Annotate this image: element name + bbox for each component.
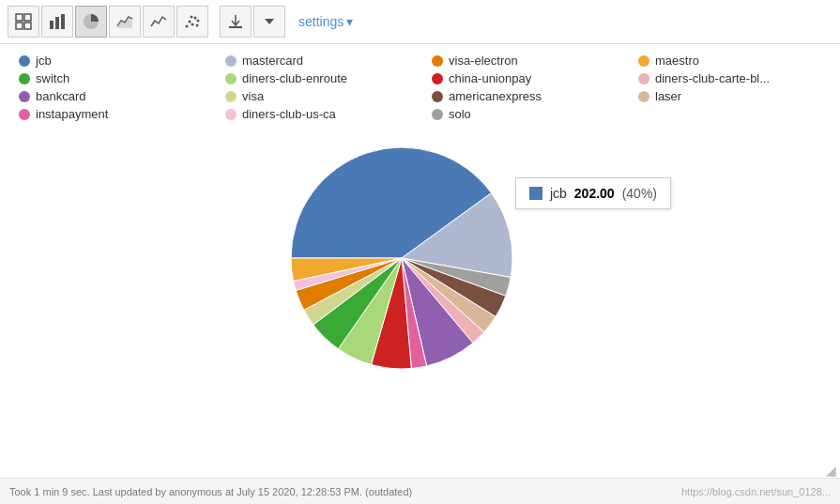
legend-item: china-unionpay: [432, 71, 638, 85]
pie-chart-button[interactable]: [75, 6, 107, 38]
legend: jcbmastercardvisa-electronmaestroswitchd…: [0, 44, 840, 130]
footer: Took 1 min 9 sec. Last updated by anonym…: [0, 478, 840, 504]
chart-area: jcb 202.00 (40%): [0, 130, 840, 384]
legend-label: instapayment: [36, 107, 108, 121]
tooltip-label: jcb: [550, 186, 567, 201]
toolbar: settings ▾: [0, 0, 840, 44]
legend-label: diners-club-enroute: [242, 71, 347, 85]
legend-item: visa: [225, 89, 432, 103]
svg-rect-6: [61, 14, 65, 29]
legend-label: laser: [655, 89, 681, 103]
more-button[interactable]: [253, 6, 285, 38]
svg-point-10: [191, 23, 194, 26]
line-chart-button[interactable]: [143, 6, 175, 38]
grid-view-button[interactable]: [8, 6, 39, 38]
legend-dot: [638, 73, 649, 84]
tooltip-percent: (40%): [622, 186, 657, 201]
legend-item: americanexpress: [432, 89, 638, 103]
tooltip: jcb 202.00 (40%): [515, 177, 671, 209]
legend-item: diners-club-enroute: [225, 71, 432, 85]
legend-label: diners-club-us-ca: [242, 107, 336, 121]
legend-dot: [638, 91, 649, 102]
legend-label: solo: [449, 107, 471, 121]
legend-dot: [432, 55, 443, 67]
svg-point-12: [197, 20, 200, 23]
legend-label: bankcard: [36, 89, 85, 103]
settings-dropdown[interactable]: settings ▾: [298, 14, 353, 29]
legend-label: visa-electron: [449, 53, 518, 68]
resize-handle[interactable]: ◢: [826, 463, 836, 478]
legend-label: diners-club-carte-bl...: [655, 71, 770, 85]
legend-label: jcb: [36, 53, 52, 68]
svg-point-9: [189, 21, 191, 23]
tooltip-color-swatch: [529, 187, 542, 200]
legend-item: instapayment: [19, 107, 225, 121]
legend-item: bankcard: [19, 89, 225, 103]
legend-label: maestro: [655, 53, 699, 68]
legend-item: diners-club-carte-bl...: [638, 71, 840, 85]
svg-rect-15: [229, 26, 242, 28]
scatter-chart-button[interactable]: [176, 6, 208, 38]
legend-item: visa-electron: [432, 53, 638, 68]
legend-label: visa: [242, 89, 264, 103]
legend-item: laser: [638, 89, 840, 103]
svg-point-14: [196, 24, 199, 27]
legend-item: switch: [19, 71, 225, 85]
tooltip-value: 202.00: [574, 186, 615, 201]
legend-dot: [225, 109, 237, 120]
legend-item: jcb: [19, 53, 225, 68]
svg-rect-4: [50, 21, 53, 29]
svg-marker-16: [265, 19, 274, 24]
footer-link: https://blog.csdn.net/sun_0128...: [681, 486, 831, 497]
settings-arrow-icon: ▾: [346, 14, 353, 29]
legend-label: china-unionpay: [449, 71, 531, 85]
svg-point-8: [186, 25, 189, 28]
footer-status: Took 1 min 9 sec. Last updated by anonym…: [9, 486, 412, 497]
svg-rect-2: [16, 23, 23, 29]
legend-dot: [19, 109, 30, 120]
legend-dot: [19, 55, 30, 67]
legend-label: mastercard: [242, 53, 303, 68]
legend-dot: [225, 55, 237, 67]
svg-point-13: [191, 16, 193, 19]
legend-label: americanexpress: [449, 89, 542, 103]
legend-item: mastercard: [225, 53, 432, 68]
svg-rect-1: [24, 14, 31, 21]
pie-chart-svg: [214, 133, 627, 382]
legend-item: maestro: [638, 53, 840, 68]
legend-item: solo: [432, 107, 638, 121]
legend-dot: [19, 91, 30, 102]
legend-dot: [638, 55, 649, 67]
legend-dot: [432, 73, 443, 84]
legend-item: diners-club-us-ca: [225, 107, 432, 121]
svg-rect-5: [55, 17, 59, 29]
legend-dot: [432, 91, 443, 102]
legend-dot: [225, 91, 237, 102]
download-button[interactable]: [220, 6, 252, 38]
bar-chart-button[interactable]: [41, 6, 73, 38]
settings-label: settings: [298, 14, 344, 29]
legend-label: switch: [36, 71, 69, 85]
legend-dot: [225, 73, 237, 84]
legend-dot: [19, 73, 30, 84]
legend-dot: [432, 109, 443, 120]
svg-rect-3: [24, 23, 31, 29]
area-chart-button[interactable]: [109, 6, 141, 38]
svg-point-11: [194, 17, 197, 20]
svg-rect-0: [16, 14, 23, 21]
